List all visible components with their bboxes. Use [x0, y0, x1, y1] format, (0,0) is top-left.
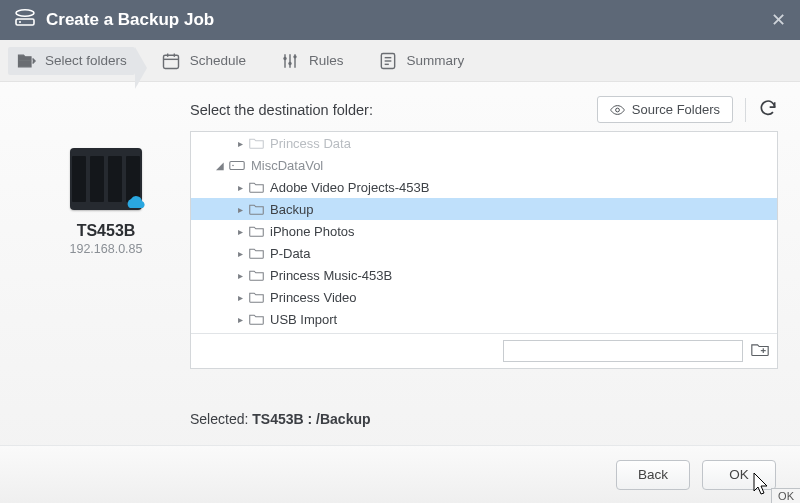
svg-point-19: [232, 164, 234, 166]
nas-device-icon: [70, 148, 142, 210]
nas-icon: [14, 8, 36, 32]
chevron-right-icon[interactable]: ▸: [235, 138, 245, 149]
tree-node[interactable]: ▸Princess Music-453B: [191, 264, 777, 286]
tree-node[interactable]: ▸Princess Video: [191, 286, 777, 308]
source-folders-button[interactable]: Source Folders: [597, 96, 733, 123]
path-row: [191, 333, 777, 368]
step-label: Select folders: [45, 53, 127, 68]
chevron-right-icon[interactable]: ▸: [235, 248, 245, 259]
tree-node-label: Adobe Video Projects-453B: [270, 180, 429, 195]
svg-point-17: [615, 108, 619, 112]
svg-rect-3: [163, 55, 178, 68]
refresh-icon[interactable]: [758, 98, 778, 122]
divider: [745, 98, 746, 122]
device-name: TS453B: [77, 222, 136, 240]
close-icon[interactable]: ✕: [771, 9, 786, 31]
device-sidebar: TS453B 192.168.0.85: [22, 96, 190, 445]
folders-icon: [16, 51, 36, 71]
step-label: Summary: [407, 53, 465, 68]
chevron-right-icon[interactable]: ▸: [235, 292, 245, 303]
step-select-folders[interactable]: Select folders: [8, 47, 135, 75]
tree-node[interactable]: ▸ Princess Data: [191, 132, 777, 154]
tree-node-label: MiscDataVol: [251, 158, 323, 173]
folder-icon: [249, 225, 264, 237]
wizard-footer: Back OK: [0, 445, 800, 503]
window-title: Create a Backup Job: [46, 10, 214, 30]
folder-tree: ▸ Princess Data ◢ MiscDataVol ▸Adobe Vid…: [190, 131, 778, 369]
calendar-icon: [161, 51, 181, 71]
selected-path-line: Selected: TS453B : /Backup: [190, 411, 778, 427]
folder-icon: [249, 137, 264, 149]
svg-point-10: [283, 56, 286, 59]
svg-rect-1: [16, 19, 34, 25]
step-rules[interactable]: Rules: [272, 47, 352, 75]
svg-point-12: [293, 55, 296, 58]
chevron-right-icon[interactable]: ▸: [235, 204, 245, 215]
selected-path: TS453B : /Backup: [252, 411, 370, 427]
tree-node[interactable]: ▸P-Data: [191, 242, 777, 264]
tree-node-label: USB Import: [270, 312, 337, 327]
wizard-steps: Select folders Schedule Rules Summary: [0, 40, 800, 82]
chevron-right-icon[interactable]: ▸: [235, 270, 245, 281]
backup-wizard-window: Create a Backup Job ✕ Select folders Sch…: [0, 0, 800, 503]
chevron-right-icon[interactable]: ▸: [235, 314, 245, 325]
tree-node[interactable]: ▸USB Import: [191, 308, 777, 330]
folder-icon: [249, 269, 264, 281]
tree-node-label: Princess Video: [270, 290, 356, 305]
tree-node[interactable]: ▸Backup: [191, 198, 777, 220]
source-folders-label: Source Folders: [632, 102, 720, 117]
title-bar: Create a Backup Job ✕: [0, 0, 800, 40]
folder-icon: [249, 247, 264, 259]
folder-tree-scroll[interactable]: ▸ Princess Data ◢ MiscDataVol ▸Adobe Vid…: [191, 132, 777, 333]
folder-icon: [249, 203, 264, 215]
chevron-right-icon[interactable]: ▸: [235, 226, 245, 237]
selected-prefix: Selected:: [190, 411, 252, 427]
ok-button[interactable]: OK: [702, 460, 776, 490]
cloud-badge-icon: [124, 194, 148, 216]
chevron-down-icon[interactable]: ◢: [215, 160, 225, 171]
tree-node[interactable]: ▸Adobe Video Projects-453B: [191, 176, 777, 198]
step-label: Rules: [309, 53, 344, 68]
drive-icon: [229, 159, 245, 172]
tree-node[interactable]: ▸iPhone Photos: [191, 220, 777, 242]
tree-node-volume[interactable]: ◢ MiscDataVol: [191, 154, 777, 176]
folder-icon: [249, 291, 264, 303]
tree-node-label: Princess Music-453B: [270, 268, 392, 283]
path-input[interactable]: [503, 340, 743, 362]
tree-node[interactable]: ▸Video and Blog Information: [191, 330, 777, 333]
svg-point-0: [16, 10, 34, 16]
summary-icon: [378, 51, 398, 71]
sliders-icon: [280, 51, 300, 71]
instruction-text: Select the destination folder:: [190, 102, 373, 118]
back-button[interactable]: Back: [616, 460, 690, 490]
tree-node-label: P-Data: [270, 246, 310, 261]
step-summary[interactable]: Summary: [370, 47, 473, 75]
eye-icon: [610, 104, 625, 116]
svg-point-11: [288, 61, 291, 64]
tree-node-label: iPhone Photos: [270, 224, 355, 239]
step-label: Schedule: [190, 53, 246, 68]
svg-point-2: [19, 21, 21, 23]
device-ip: 192.168.0.85: [70, 242, 143, 256]
new-folder-icon[interactable]: [751, 341, 769, 361]
svg-rect-18: [230, 161, 244, 169]
tooltip: OK: [771, 488, 800, 503]
folder-icon: [249, 313, 264, 325]
tree-node-label: Backup: [270, 202, 313, 217]
tree-node-label: Princess Data: [270, 136, 351, 151]
chevron-right-icon[interactable]: ▸: [235, 182, 245, 193]
folder-icon: [249, 181, 264, 193]
step-schedule[interactable]: Schedule: [153, 47, 254, 75]
